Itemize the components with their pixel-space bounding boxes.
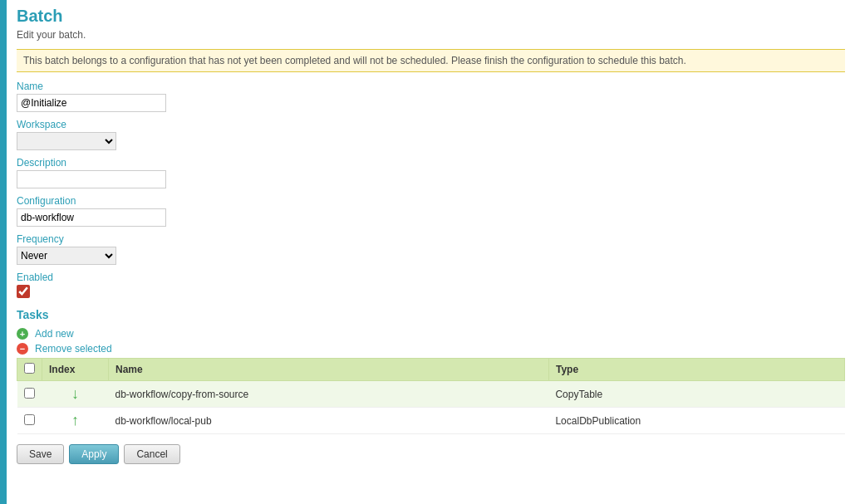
name-input[interactable] xyxy=(17,94,166,112)
frequency-label: Frequency xyxy=(17,233,845,245)
table-row: ↑ db-workflow/local-pub LocalDbPublicati… xyxy=(17,408,845,434)
tasks-table: Index Name Type ↓ db-workflow/copy-from-… xyxy=(17,358,845,434)
remove-icon: − xyxy=(17,343,28,355)
row-checkbox[interactable] xyxy=(24,388,35,399)
workspace-label: Workspace xyxy=(17,119,845,130)
workspace-select[interactable] xyxy=(17,132,116,150)
warning-bar: This batch belongs to a configuration th… xyxy=(17,49,845,72)
frequency-select[interactable]: Never xyxy=(17,247,116,265)
col-type: Type xyxy=(548,359,844,381)
row-name: db-workflow/copy-from-source xyxy=(109,381,549,408)
apply-button[interactable]: Apply xyxy=(69,444,119,464)
description-input[interactable] xyxy=(17,170,166,188)
col-name: Name xyxy=(109,359,549,381)
save-button[interactable]: Save xyxy=(17,444,64,464)
row-name: db-workflow/local-pub xyxy=(109,408,549,434)
cancel-button[interactable]: Cancel xyxy=(124,444,179,464)
action-buttons-row: Save Apply Cancel xyxy=(17,444,845,464)
workspace-field-group: Workspace xyxy=(17,119,845,150)
enabled-label: Enabled xyxy=(17,272,845,283)
add-new-row: + Add new xyxy=(17,328,845,340)
remove-selected-link[interactable]: Remove selected xyxy=(35,343,112,355)
row-checkbox[interactable] xyxy=(24,414,35,425)
configuration-field-group: Configuration xyxy=(17,195,845,227)
col-checkbox xyxy=(17,359,42,381)
add-new-link[interactable]: Add new xyxy=(35,328,74,340)
configuration-label: Configuration xyxy=(17,195,845,207)
table-row: ↓ db-workflow/copy-from-source CopyTable xyxy=(17,381,845,408)
row-type: CopyTable xyxy=(548,381,844,408)
enabled-checkbox-container xyxy=(17,285,845,298)
row-index: ↑ xyxy=(42,408,109,434)
name-field-group: Name xyxy=(17,81,845,112)
row-checkbox-cell xyxy=(17,381,42,408)
warning-text: This batch belongs to a configuration th… xyxy=(23,55,686,66)
row-type: LocalDbPublication xyxy=(548,408,844,434)
select-all-checkbox[interactable] xyxy=(24,363,35,374)
configuration-input[interactable] xyxy=(17,208,166,227)
description-label: Description xyxy=(17,157,845,169)
enabled-checkbox[interactable] xyxy=(17,285,30,298)
page-subtitle: Edit your batch. xyxy=(17,29,845,41)
col-index: Index xyxy=(42,359,109,381)
description-field-group: Description xyxy=(17,157,845,188)
frequency-field-group: Frequency Never xyxy=(17,233,845,265)
add-icon: + xyxy=(17,328,28,340)
name-label: Name xyxy=(17,81,845,92)
enabled-field-group: Enabled xyxy=(17,272,845,298)
sidebar-strip xyxy=(0,0,7,504)
row-index: ↓ xyxy=(42,381,109,408)
row-checkbox-cell xyxy=(17,408,42,434)
tasks-section-title: Tasks xyxy=(17,308,845,321)
page-title: Batch xyxy=(17,7,845,26)
remove-selected-row: − Remove selected xyxy=(17,343,845,355)
